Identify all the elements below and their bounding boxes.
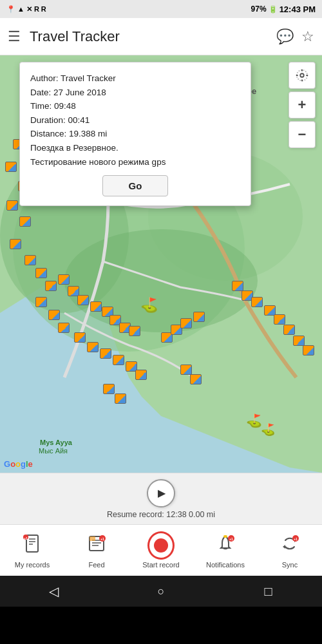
map-marker — [48, 310, 60, 320]
map-marker — [103, 384, 115, 394]
sync-icon: +1 — [280, 534, 299, 558]
map-marker — [90, 301, 102, 312]
status-bar: 📍 ▲ ✕ R R 97% 🔋 12:43 PM — [0, 0, 322, 18]
map-container[interactable]: Гончарное Mys Ayya Мыс Айя ⛳ ⛳ ⛳ 🚩 — [0, 55, 322, 473]
svg-text:Mys Ayya: Mys Ayya — [40, 439, 73, 446]
nav-item-notifications[interactable]: +1 Notifications — [193, 532, 258, 569]
hamburger-menu-button[interactable]: ☰ — [8, 28, 21, 45]
status-right-icons: 97% 🔋 12:43 PM — [251, 5, 316, 14]
my-records-label: My records — [15, 561, 50, 569]
android-home-button[interactable]: ○ — [148, 578, 174, 604]
bottom-navigation: +1 My records +1 Feed — [0, 524, 322, 576]
feed-icon: +1 — [87, 534, 106, 558]
map-popup: Author: Travel Tracker Date: 27 June 201… — [19, 62, 251, 206]
svg-text:+1: +1 — [100, 537, 104, 541]
back-icon: ◁ — [49, 583, 59, 599]
locate-button[interactable] — [289, 62, 316, 89]
map-marker — [10, 239, 21, 249]
map-marker — [251, 297, 263, 307]
google-logo: Google — [4, 459, 33, 469]
popup-time: Time: 09:48 — [30, 99, 240, 113]
my-records-icon-wrap: +1 — [19, 532, 46, 559]
svg-text:+1: +1 — [24, 536, 28, 540]
play-icon: ▶ — [158, 487, 166, 499]
map-marker — [5, 162, 17, 172]
map-marker — [135, 370, 147, 380]
chat-icon[interactable]: 💬 — [276, 28, 294, 45]
location-icon: 📍 — [6, 5, 15, 14]
map-marker — [19, 216, 31, 227]
nav-item-sync[interactable]: +1 Sync — [258, 532, 322, 569]
svg-text:+1: +1 — [294, 537, 298, 541]
map-marker — [77, 295, 89, 305]
map-marker — [74, 332, 86, 343]
page-title: Travel Tracker — [30, 28, 269, 45]
home-icon: ○ — [158, 585, 165, 598]
resume-play-button[interactable]: ▶ — [147, 479, 175, 507]
resume-record-text: Resume record: 12:38 0.00 mi — [107, 510, 215, 519]
nav-item-my-records[interactable]: +1 My records — [0, 532, 64, 569]
android-nav-bar: ◁ ○ □ — [0, 576, 322, 607]
android-recents-button[interactable]: □ — [256, 578, 281, 604]
sync-label: Sync — [282, 561, 298, 569]
map-marker — [113, 355, 124, 365]
map-marker — [303, 345, 314, 355]
svg-point-11 — [297, 70, 308, 81]
top-bar: ☰ Travel Tracker 💬 ☆ — [0, 18, 322, 55]
android-back-button[interactable]: ◁ — [41, 578, 66, 604]
map-marker — [190, 374, 202, 384]
svg-rect-15 — [90, 536, 95, 541]
sync-icon-wrap: +1 — [276, 532, 303, 559]
signal-icon: ✕ — [26, 5, 32, 14]
svg-text:Мыс Айя: Мыс Айя — [39, 447, 68, 455]
popup-distance: Distance: 19.388 mi — [30, 127, 240, 141]
status-left-icons: 📍 ▲ ✕ R R — [6, 5, 46, 14]
popup-note2: Тестирование нового режима gps — [30, 155, 240, 169]
map-marker — [274, 314, 285, 325]
map-marker — [6, 200, 18, 211]
map-marker — [24, 255, 36, 265]
svg-marker-22 — [283, 545, 285, 549]
recents-icon: □ — [265, 584, 272, 599]
svg-point-10 — [300, 73, 304, 77]
map-marker — [100, 348, 111, 359]
map-marker — [35, 268, 47, 278]
zoom-out-icon: − — [298, 126, 307, 143]
map-marker — [58, 323, 70, 333]
r-icon-1: R — [34, 5, 39, 13]
popup-note1: Поездка в Резервное. — [30, 141, 240, 155]
nav-item-feed[interactable]: +1 Feed — [64, 532, 129, 569]
popup-duration: Duration: 00:41 — [30, 113, 240, 128]
map-marker — [232, 281, 243, 291]
map-flag-2: ⛳ — [246, 413, 262, 428]
notifications-icon-wrap: +1 — [212, 532, 239, 559]
popup-author: Author: Travel Tracker — [30, 71, 240, 86]
zoom-in-icon: + — [298, 97, 307, 113]
map-marker — [87, 342, 99, 352]
zoom-in-button[interactable]: + — [289, 91, 316, 118]
popup-go-button[interactable]: Go — [102, 175, 169, 196]
r-icon-2: R — [41, 5, 46, 13]
zoom-out-button[interactable]: − — [289, 121, 316, 148]
feed-icon-wrap: +1 — [83, 532, 110, 559]
feed-label: Feed — [88, 561, 104, 569]
map-marker — [115, 393, 126, 404]
my-records-icon: +1 — [23, 534, 42, 558]
map-marker — [45, 281, 57, 291]
start-record-button[interactable] — [147, 531, 175, 560]
map-flag-3: ⛳ — [261, 422, 275, 437]
status-time: 12:43 PM — [279, 5, 316, 14]
nav-item-start-record[interactable]: Start record — [129, 532, 193, 569]
resume-record-bar: ▶ Resume record: 12:38 0.00 mi — [0, 473, 322, 524]
map-marker — [58, 274, 70, 285]
popup-date: Date: 27 June 2018 — [30, 86, 240, 100]
wifi-icon: ▲ — [17, 5, 24, 13]
map-marker — [180, 365, 192, 375]
notifications-icon: +1 — [216, 534, 235, 558]
star-icon[interactable]: ☆ — [301, 28, 314, 45]
map-marker — [193, 312, 205, 322]
start-record-label: Start record — [142, 561, 179, 569]
map-flag-1: ⛳ — [140, 297, 158, 314]
notifications-label: Notifications — [206, 561, 245, 569]
map-marker — [293, 336, 305, 346]
